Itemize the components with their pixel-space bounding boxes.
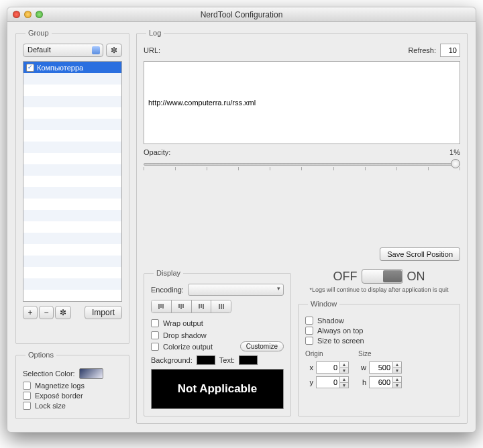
- align-right-button[interactable]: [192, 300, 212, 313]
- slider-thumb[interactable]: [451, 159, 460, 168]
- group-box: Group Default ✼ Компьютерра: [15, 29, 129, 344]
- encoding-popup[interactable]: [188, 284, 284, 296]
- off-label: OFF: [333, 270, 358, 284]
- window-title: NerdTool Configuration: [201, 10, 283, 19]
- x-input[interactable]: [316, 361, 340, 374]
- url-field[interactable]: [144, 61, 460, 144]
- list-item-checkbox[interactable]: [26, 64, 34, 72]
- customize-button[interactable]: Customize: [240, 341, 284, 351]
- size-to-screen-label: Size to screen: [317, 337, 364, 345]
- wrap-label: Wrap output: [163, 319, 203, 327]
- switch-note: *Logs will continue to display after app…: [298, 286, 460, 293]
- import-button[interactable]: Import: [85, 306, 122, 319]
- save-scroll-button[interactable]: Save Scroll Position: [380, 247, 460, 261]
- drop-shadow-label: Drop shadow: [163, 331, 207, 339]
- url-label: URL:: [144, 46, 160, 54]
- group-gear-button[interactable]: ✼: [106, 44, 122, 57]
- gear-icon: ✼: [60, 307, 66, 318]
- display-box: Display Encoding: Wrap output: [144, 269, 291, 416]
- align-left-button[interactable]: [152, 300, 172, 313]
- stepper-down-icon[interactable]: ▼: [393, 368, 401, 374]
- opacity-value: 1%: [449, 148, 460, 156]
- always-on-top-checkbox[interactable]: [305, 327, 313, 335]
- w-label: w: [358, 363, 366, 372]
- options-box: Options Selection Color: Magnetize logs …: [15, 351, 129, 419]
- list-item-label: Компьютерра: [37, 64, 83, 72]
- stepper-up-icon[interactable]: ▲: [393, 362, 401, 368]
- size-to-screen-checkbox[interactable]: [305, 337, 313, 345]
- display-legend: Display: [154, 269, 183, 277]
- opacity-slider[interactable]: [144, 158, 460, 171]
- encoding-label: Encoding:: [151, 286, 184, 294]
- colorize-checkbox[interactable]: [151, 343, 159, 351]
- lock-size-checkbox[interactable]: [23, 402, 31, 410]
- h-label: h: [358, 378, 366, 386]
- selection-color-swatch[interactable]: [79, 368, 103, 379]
- stepper-up-icon[interactable]: ▲: [340, 377, 348, 383]
- drop-shadow-checkbox[interactable]: [151, 331, 159, 339]
- content: Group Default ✼ Компьютерра: [7, 22, 476, 432]
- group-dropdown-label: Default: [28, 46, 51, 54]
- align-justify-icon: [219, 304, 224, 309]
- stepper-down-icon[interactable]: ▼: [340, 383, 348, 388]
- y-label: y: [305, 378, 313, 386]
- traffic-lights: [13, 11, 43, 18]
- on-label: ON: [407, 270, 425, 284]
- shadow-checkbox[interactable]: [305, 317, 313, 325]
- opacity-label: Opacity:: [144, 148, 170, 156]
- w-stepper[interactable]: ▲▼: [369, 361, 402, 374]
- titlebar: NerdTool Configuration: [7, 7, 476, 22]
- h-input[interactable]: [369, 376, 393, 388]
- expose-checkbox[interactable]: [23, 392, 31, 400]
- group-legend: Group: [25, 29, 52, 37]
- group-dropdown[interactable]: Default: [23, 44, 103, 57]
- always-on-top-label: Always on top: [317, 327, 363, 335]
- y-stepper[interactable]: ▲▼: [316, 376, 349, 388]
- alignment-segmented[interactable]: [151, 300, 231, 313]
- y-input[interactable]: [316, 376, 340, 388]
- x-stepper[interactable]: ▲▼: [316, 361, 349, 374]
- options-legend: Options: [25, 351, 56, 359]
- zoom-icon[interactable]: [36, 11, 43, 18]
- enable-switch[interactable]: [362, 269, 403, 284]
- text-color-swatch[interactable]: [239, 355, 258, 365]
- x-label: x: [305, 363, 313, 372]
- align-justify-button[interactable]: [211, 300, 231, 313]
- minimize-icon[interactable]: [24, 11, 32, 18]
- lock-size-label: Lock size: [35, 402, 66, 410]
- align-right-icon: [199, 304, 204, 309]
- w-input[interactable]: [369, 361, 393, 374]
- switch-knob: [383, 270, 402, 282]
- refresh-field[interactable]: [440, 44, 460, 57]
- h-stepper[interactable]: ▲▼: [369, 376, 402, 388]
- align-center-button[interactable]: [172, 300, 192, 313]
- stepper-down-icon[interactable]: ▼: [393, 383, 401, 388]
- config-window: NerdTool Configuration Group Default ✼ К: [7, 7, 476, 433]
- align-center-icon: [178, 304, 184, 309]
- stepper-down-icon[interactable]: ▼: [340, 368, 348, 374]
- refresh-label: Refresh:: [408, 46, 436, 54]
- magnetize-label: Magnetize logs: [35, 382, 85, 390]
- window-box: Window Shadow Always on top Size to scre…: [298, 300, 460, 416]
- magnetize-checkbox[interactable]: [23, 382, 31, 390]
- add-button[interactable]: +: [23, 306, 38, 319]
- right-lower: OFF ON *Logs will continue to display af…: [298, 269, 460, 416]
- window-legend: Window: [308, 300, 339, 308]
- remove-button[interactable]: −: [39, 306, 54, 319]
- list-item[interactable]: Компьютерра: [23, 62, 121, 73]
- background-color-swatch[interactable]: [197, 355, 215, 365]
- stepper-up-icon[interactable]: ▲: [340, 362, 348, 368]
- group-list[interactable]: Компьютерра: [23, 61, 122, 302]
- expose-label: Exposé border: [35, 392, 83, 400]
- align-left-icon: [158, 304, 164, 309]
- log-box: Log URL: Refresh: Opacity: 1%: [136, 29, 468, 424]
- action-gear-button[interactable]: ✼: [55, 306, 71, 319]
- size-label: Size: [358, 350, 402, 357]
- wrap-checkbox[interactable]: [151, 319, 159, 327]
- shadow-label: Shadow: [317, 317, 344, 325]
- log-legend: Log: [146, 29, 164, 37]
- close-icon[interactable]: [13, 11, 20, 18]
- background-label: Background:: [151, 356, 193, 364]
- left-column: Group Default ✼ Компьютерра: [15, 29, 129, 424]
- stepper-up-icon[interactable]: ▲: [393, 377, 401, 383]
